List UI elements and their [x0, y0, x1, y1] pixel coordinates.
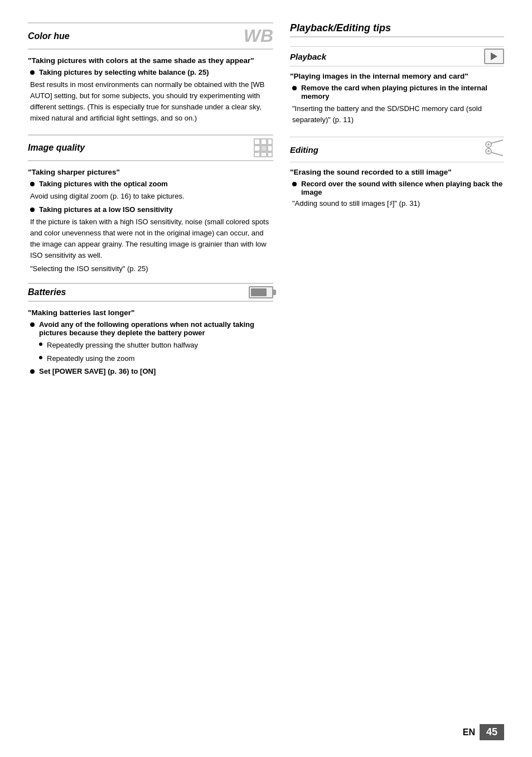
batteries-section-header: Batteries	[28, 283, 273, 302]
bullet-dot	[30, 182, 35, 186]
batteries-bullet2: Set [POWER SAVE] (p. 36) to [ON]	[28, 367, 273, 375]
batteries-bullet1: Avoid any of the following operations wh…	[28, 320, 273, 337]
sub-bullet-dot	[39, 356, 42, 359]
playback-bullet1: Remove the card when playing pictures in…	[290, 84, 504, 100]
batteries-heading1: "Making batteries last longer"	[28, 308, 273, 317]
iq-ref1: "Selecting the ISO sensitivity" (p. 25)	[28, 264, 273, 273]
batteries-title: Batteries	[28, 287, 66, 297]
svg-rect-1	[261, 139, 267, 144]
batteries-bullet2-text: Set [POWER SAVE] (p. 36) to [ON]	[39, 367, 156, 375]
iq-body2: If the picture is taken with a high ISO …	[28, 216, 273, 262]
left-column: Color hue WB "Taking pictures with color…	[28, 22, 273, 724]
batteries-sub2-text: Repeatedly using the zoom	[47, 353, 135, 364]
bullet-dot	[292, 182, 297, 186]
en-label: EN	[463, 727, 475, 737]
bullet-dot	[30, 369, 35, 374]
bullet-dot	[30, 70, 35, 75]
batteries-sub1-text: Repeatedly pressing the shutter button h…	[47, 340, 198, 351]
iq-bullet2-text: Taking pictures at a low ISO sensitivity	[39, 205, 173, 214]
page-footer: EN 45	[463, 724, 504, 740]
color-hue-heading1: "Taking pictures with colors at the same…	[28, 56, 273, 65]
svg-rect-2	[268, 139, 272, 144]
iq-bullet2: Taking pictures at a low ISO sensitivity	[28, 205, 273, 214]
svg-rect-8	[268, 152, 272, 157]
image-quality-title: Image quality	[28, 143, 85, 153]
editing-section-header: Editing	[290, 137, 504, 162]
svg-line-11	[491, 140, 503, 143]
svg-rect-6	[254, 152, 260, 157]
color-hue-body1: Best results in most environments can no…	[28, 79, 273, 124]
svg-line-12	[491, 152, 503, 156]
svg-rect-4	[261, 146, 267, 151]
image-quality-heading1: "Taking sharper pictures"	[28, 168, 273, 176]
bullet-dot	[30, 208, 35, 212]
svg-rect-5	[268, 146, 272, 151]
svg-rect-3	[254, 146, 260, 151]
iq-bullet1-text: Taking pictures with the optical zoom	[39, 180, 168, 188]
sub-bullet-dot	[39, 343, 42, 346]
batteries-bullet1-text: Avoid any of the following operations wh…	[39, 320, 273, 337]
right-column: Playback/Editing tips Playback "Playing …	[290, 22, 504, 724]
image-quality-section-header: Image quality	[28, 134, 273, 161]
svg-point-13	[487, 143, 490, 146]
scissors-icon	[484, 139, 504, 160]
editing-title: Editing	[290, 145, 318, 155]
image-quality-icon	[253, 138, 273, 158]
editing-bullet1-text: Record over the sound with silence when …	[301, 180, 504, 196]
editing-ref1: "Adding sound to still images [♯]" (p. 3…	[290, 199, 504, 208]
wb-icon: WB	[244, 26, 273, 46]
playback-section-header: Playback	[290, 46, 504, 66]
batteries-sub1: Repeatedly pressing the shutter button h…	[28, 340, 273, 351]
page-number: 45	[480, 724, 504, 740]
bullet-dot	[292, 86, 297, 90]
bullet-dot	[30, 322, 35, 327]
play-triangle	[491, 52, 497, 60]
play-icon	[484, 49, 504, 64]
playback-bullet1-text: Remove the card when playing pictures in…	[301, 84, 504, 100]
batteries-sub2: Repeatedly using the zoom	[28, 353, 273, 364]
playback-body1: "Inserting the battery and the SD/SDHC m…	[290, 103, 504, 126]
svg-rect-7	[261, 152, 267, 157]
playback-title: Playback	[290, 52, 326, 61]
color-hue-bullet1: Taking pictures by selecting white balan…	[28, 68, 273, 76]
playback-heading1: "Playing images in the internal memory a…	[290, 72, 504, 80]
iq-bullet1: Taking pictures with the optical zoom	[28, 180, 273, 188]
color-hue-section-header: Color hue WB	[28, 22, 273, 50]
svg-point-14	[487, 150, 490, 152]
color-hue-title: Color hue	[28, 31, 70, 41]
color-hue-bullet1-text: Taking pictures by selecting white balan…	[39, 68, 209, 76]
editing-bullet1: Record over the sound with silence when …	[290, 180, 504, 196]
iq-body1: Avoid using digital zoom (p. 16) to take…	[28, 191, 273, 202]
main-section-title: Playback/Editing tips	[290, 22, 504, 37]
battery-icon	[249, 286, 273, 298]
svg-rect-0	[254, 139, 260, 144]
editing-heading1: "Erasing the sound recorded to a still i…	[290, 168, 504, 176]
